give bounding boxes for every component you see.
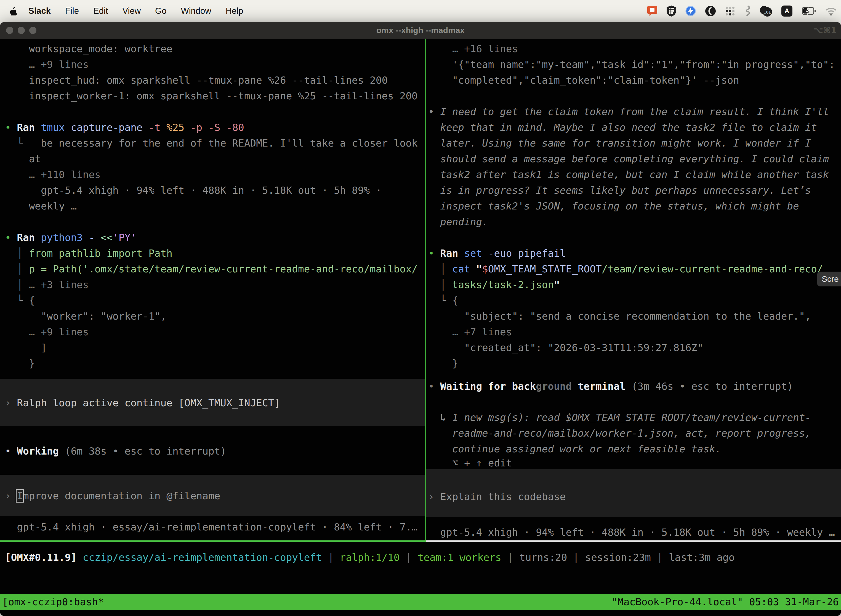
command-output-line: } bbox=[428, 355, 841, 371]
mailbox-message-line: ↳ 1 new msg(s): read $OMX_TEAM_STATE_ROO… bbox=[428, 409, 841, 425]
tree-guide-icon: │ bbox=[440, 263, 452, 274]
command-output-line: └ be necessary for the end of the README… bbox=[5, 135, 425, 151]
command-output-line: at bbox=[5, 151, 425, 167]
thinking-line: keep that in mind. Maybe I also need the… bbox=[428, 119, 841, 135]
collapsed-lines-indicator: … +16 lines bbox=[428, 41, 841, 57]
bullet-icon: • bbox=[5, 122, 17, 133]
menu-go[interactable]: Go bbox=[155, 6, 166, 16]
collapsed-lines-indicator: … +9 lines bbox=[5, 57, 425, 72]
screen-record-icon[interactable] bbox=[647, 6, 657, 16]
screen-overlay-button[interactable]: Scre bbox=[817, 272, 841, 286]
collapsed-lines-indicator: … +9 lines bbox=[5, 324, 425, 340]
inject-prompt-strip[interactable]: › Ralph loop active continue [OMX_TMUX_I… bbox=[0, 378, 425, 426]
apple-icon[interactable] bbox=[10, 7, 18, 15]
collapsed-lines-indicator: … +110 lines bbox=[5, 167, 425, 182]
heredoc-code-line: │ from pathlib import Path bbox=[5, 245, 425, 261]
composer-input-line[interactable]: › Improve documentation in @filename bbox=[5, 488, 425, 504]
tree-guide-icon: │ bbox=[17, 279, 29, 290]
menu-view[interactable]: View bbox=[122, 6, 141, 16]
thinking-line: • I need to get the claim token from the… bbox=[428, 104, 841, 119]
collapsed-lines-indicator: … +7 lines bbox=[428, 324, 841, 340]
omx-version: [OMX#0.11.9] bbox=[5, 552, 83, 563]
tmux-session-window: [omx-cczip0:bash* bbox=[2, 594, 104, 610]
bullet-icon: • bbox=[428, 248, 440, 259]
command-output-line: "worker": "worker-1", bbox=[5, 308, 425, 324]
text-cursor: I bbox=[17, 490, 23, 502]
moon-icon[interactable] bbox=[705, 6, 716, 16]
window-title: omx --xhigh --madmax bbox=[0, 22, 841, 39]
command-code-line: │ cat "$OMX_TEAM_STATE_ROOT/team/review-… bbox=[428, 261, 841, 277]
terminal-line: workspace_mode: worktree bbox=[5, 41, 425, 57]
ran-command-line: • Ran set -euo pipefail bbox=[428, 245, 841, 261]
menu-window[interactable]: Window bbox=[181, 6, 211, 16]
tmux-pane-left[interactable]: workspace_mode: worktree … +9 lines insp… bbox=[0, 39, 425, 540]
chevron-right-icon: › bbox=[5, 397, 17, 408]
omx-team-workers: team:1 workers bbox=[418, 552, 507, 563]
thinking-line: pending. bbox=[428, 214, 841, 230]
menu-edit[interactable]: Edit bbox=[93, 6, 108, 16]
heredoc-code-line: │ p = Path('.omx/state/team/review-curre… bbox=[5, 261, 425, 277]
chevron-right-icon: › bbox=[428, 491, 440, 502]
ran-command-line: • Ran python3 - <<'PY' bbox=[5, 230, 425, 245]
battery-percent-icon[interactable]: ..61 bbox=[760, 6, 772, 16]
bullet-icon: • bbox=[5, 232, 17, 243]
tmux-pane-right[interactable]: … +16 lines '{"team_name":"my-team","tas… bbox=[426, 39, 841, 540]
command-output-line: └ { bbox=[428, 293, 841, 308]
command-output-line: └ { bbox=[5, 293, 425, 308]
tmux-status-bar: [omx-cczip0:bash* "MacBook-Pro-44.local"… bbox=[0, 594, 841, 610]
tree-guide-icon: │ bbox=[17, 263, 29, 274]
hook-icon[interactable] bbox=[744, 6, 750, 16]
command-code-line: │ tasks/task-2.json" bbox=[428, 277, 841, 293]
tmux-host-clock: "MacBook-Pro-44.local" 05:03 31-Mar-26 bbox=[611, 594, 839, 610]
app-menu-slack[interactable]: Slack bbox=[28, 6, 51, 16]
bolt-circle-icon[interactable] bbox=[686, 6, 696, 16]
command-output-line: } bbox=[5, 355, 425, 371]
terminal-line: "completed","claim_token":"claim-token"}… bbox=[428, 72, 841, 88]
bullet-icon: • bbox=[428, 106, 440, 117]
thinking-line: later. Using the same for transition mig… bbox=[428, 135, 841, 151]
bullet-icon: • bbox=[5, 446, 17, 457]
collapsed-lines-indicator: │ … +3 lines bbox=[5, 277, 425, 293]
privacy-shield-icon[interactable] bbox=[667, 6, 676, 16]
thinking-line: task2 after task1 is complete, but can I… bbox=[428, 167, 841, 182]
active-pane-border bbox=[0, 540, 426, 542]
model-status-line: gpt-5.4 xhigh · 94% left · 488K in · 5.1… bbox=[428, 524, 841, 540]
waiting-status-line: • Waiting for background terminal (3m 46… bbox=[428, 378, 841, 394]
thinking-line: is in progress? It seems likely but perh… bbox=[428, 182, 841, 198]
assistant-a-icon[interactable]: A bbox=[781, 6, 793, 16]
grid-dots-icon[interactable] bbox=[725, 6, 735, 16]
command-output-line: ] bbox=[5, 340, 425, 355]
command-output-line: weekly … bbox=[5, 198, 425, 214]
tree-guide-icon: │ bbox=[17, 248, 29, 259]
inactive-pane-border bbox=[426, 540, 841, 542]
wifi-icon[interactable] bbox=[826, 7, 837, 15]
command-output-line: "subject": "send a concise recommendatio… bbox=[428, 308, 841, 324]
terminal-line: inspect_worker-1: omx sparkshell --tmux-… bbox=[5, 88, 425, 104]
battery-percent-label: ..61 bbox=[763, 7, 772, 16]
suggestion-prompt-strip[interactable]: › Explain this codebase bbox=[426, 469, 841, 517]
omx-last-activity: last:3m ago bbox=[669, 552, 734, 563]
inject-prompt-line: › Ralph loop active continue [OMX_TMUX_I… bbox=[5, 395, 425, 411]
omx-status-line: [OMX#0.11.9] cczip/essay/ai-reimplementa… bbox=[5, 550, 734, 565]
menu-help[interactable]: Help bbox=[226, 6, 243, 16]
menu-bar: Slack File Edit View Go Window Help ..61… bbox=[0, 0, 841, 22]
mailbox-message-line: continue assigned work or next feasible … bbox=[428, 441, 841, 457]
command-output-line: gpt-5.4 xhigh · 94% left · 488K in · 5.1… bbox=[5, 182, 425, 198]
mailbox-message-line: readme-and-reco/mailbox/worker-1.json, a… bbox=[428, 425, 841, 441]
suggestion-prompt-line[interactable]: › Explain this codebase bbox=[428, 489, 841, 505]
assistant-a-label: A bbox=[784, 7, 789, 15]
omx-ralph-count: ralph:1/10 bbox=[340, 552, 406, 563]
omx-session-path: cczip/essay/ai-reimplementation-copyleft bbox=[83, 552, 328, 563]
bullet-icon: • bbox=[428, 381, 440, 392]
ran-command-line: • Ran tmux capture-pane -t %25 -p -S -80 bbox=[5, 119, 425, 135]
composer-input-strip[interactable]: › Improve documentation in @filename bbox=[0, 475, 425, 516]
window-titlebar[interactable]: omx --xhigh --madmax ⌥⌘1 bbox=[0, 22, 841, 39]
thinking-line: should send a message before completing … bbox=[428, 151, 841, 167]
terminal-window: omx --xhigh --madmax ⌥⌘1 workspace_mode:… bbox=[0, 22, 841, 616]
window-shortcut: ⌥⌘1 bbox=[814, 22, 837, 39]
screen-overlay-label: Scre bbox=[822, 274, 839, 283]
working-status-line: • Working (6m 38s • esc to interrupt) bbox=[5, 443, 425, 459]
menu-status-icons: ..61 A bbox=[647, 0, 837, 22]
battery-charging-icon[interactable] bbox=[802, 7, 816, 15]
menu-file[interactable]: File bbox=[65, 6, 79, 16]
